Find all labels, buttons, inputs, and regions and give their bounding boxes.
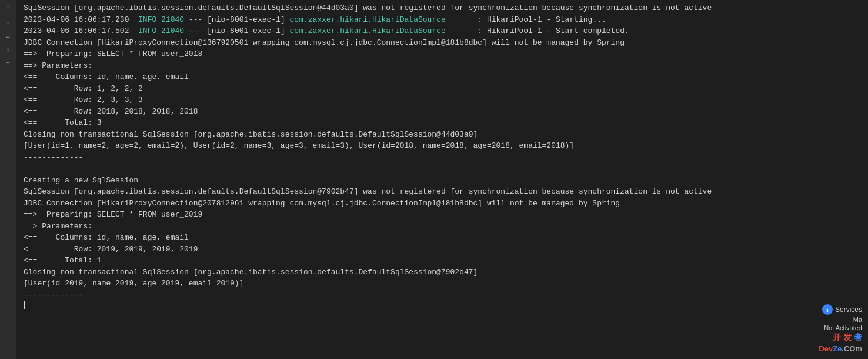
wrap-icon[interactable]: ↵: [3, 31, 14, 41]
log-line: <== Row: 2, 3, 3, 3: [24, 94, 863, 106]
log-line: <== Columns: id, name, age, email: [24, 71, 863, 83]
text-cursor: [24, 301, 25, 309]
brand-text: DevZe.COm: [819, 344, 862, 353]
services-label: Services: [835, 305, 862, 314]
log-line: JDBC Connection [HikariProxyConnection@2…: [24, 198, 863, 210]
scroll-up-icon[interactable]: ↑: [3, 2, 14, 13]
log-line: JDBC Connection [HikariProxyConnection@1…: [24, 37, 863, 49]
log-line: [User(id=2019, name=2019, age=2019, emai…: [24, 278, 863, 290]
main-content: SqlSession [org.apache.ibatis.session.de…: [16, 0, 868, 359]
chinese-text: 开 发 者: [833, 333, 862, 343]
watermark: i Services Ma Not Activated 开 发 者 DevZe.…: [819, 304, 862, 353]
log-line: -------------: [24, 290, 863, 301]
log-line: <== Row: 1, 2, 2, 2: [24, 83, 863, 95]
watermark-line1: Ma: [853, 316, 862, 323]
menu-icon[interactable]: ≡: [3, 59, 14, 69]
log-line: <== Row: 2019, 2019, 2019, 2019: [24, 244, 863, 255]
left-gutter: ↑ ↓ ↵ ⬇ ≡: [0, 0, 16, 359]
log-line: 2023-04-06 16:06:17.502 INFO 21040 --- […: [24, 25, 863, 37]
log-line: SqlSession [org.apache.ibatis.session.de…: [24, 2, 863, 14]
watermark-brand-row: 开 发 者: [833, 333, 862, 343]
cursor-line: [24, 301, 863, 309]
log-line: <== Row: 2018, 2018, 2018, 2018: [24, 106, 863, 118]
log-line: ==> Preparing: SELECT * FROM user_2019: [24, 209, 863, 221]
log-line: 2023-04-06 16:06:17.230 INFO 21040 --- […: [24, 14, 863, 26]
log-line: [User(id=1, name=2, age=2, email=2), Use…: [24, 140, 863, 152]
log-line: Creating a new SqlSession: [24, 175, 863, 187]
log-line: Closing non transactional SqlSession [or…: [24, 129, 863, 141]
log-line: ==> Parameters:: [24, 221, 863, 232]
log-line: <== Total: 1: [24, 255, 863, 267]
log-line: <== Columns: id, name, age, email: [24, 232, 863, 244]
log-line: SqlSession [org.apache.ibatis.session.de…: [24, 186, 863, 198]
log-line: -------------: [24, 152, 863, 164]
log-line: Closing non transactional SqlSession [or…: [24, 267, 863, 278]
info-icon: i: [822, 304, 833, 315]
watermark-top: i Services: [822, 304, 862, 315]
log-line: ==> Parameters:: [24, 60, 863, 72]
log-line: [24, 163, 863, 175]
scroll-down-icon[interactable]: ↓: [3, 16, 14, 27]
download-icon[interactable]: ⬇: [3, 45, 14, 55]
log-line: <== Total: 3: [24, 117, 863, 129]
log-line: ==> Preparing: SELECT * FROM user_2018: [24, 48, 863, 60]
watermark-line2: Not Activated: [824, 324, 862, 331]
log-area[interactable]: SqlSession [org.apache.ibatis.session.de…: [16, 0, 868, 359]
